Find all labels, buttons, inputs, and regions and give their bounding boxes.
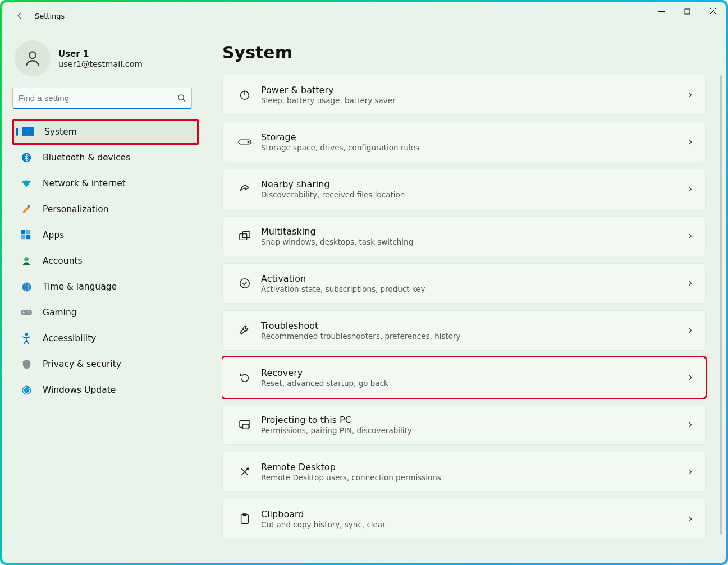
sidebar-item-windows-update[interactable]: Windows Update [12, 377, 199, 403]
person-icon [23, 49, 42, 68]
chevron-right-icon [686, 91, 694, 99]
card-troubleshoot[interactable]: Troubleshoot Recommended troubleshooters… [222, 310, 706, 351]
card-title: Clipboard [261, 509, 686, 520]
sidebar-item-personalization[interactable]: Personalization [12, 196, 199, 222]
card-title: Remote Desktop [261, 462, 686, 472]
maximize-icon [684, 8, 690, 15]
card-subtitle: Sleep, battery usage, battery saver [261, 96, 686, 105]
arrow-left-icon [15, 11, 24, 20]
wrench-icon [235, 324, 254, 337]
svg-point-30 [240, 279, 250, 288]
profile-email: user1@testmail.com [58, 59, 143, 68]
apps-icon [20, 229, 33, 241]
settings-window: Settings [2, 2, 726, 563]
svg-rect-1 [685, 9, 690, 14]
avatar [15, 40, 51, 76]
svg-line-6 [183, 99, 185, 102]
chevron-right-icon [686, 374, 694, 382]
card-subtitle: Cut and copy history, sync, clear [261, 520, 686, 529]
sidebar-item-network[interactable]: Network & internet [12, 171, 199, 196]
sidebar-item-label: Time & language [43, 282, 117, 292]
clipboard-icon [235, 513, 254, 525]
svg-rect-7 [22, 127, 34, 135]
card-multitasking[interactable]: Multitasking Snap windows, desktops, tas… [222, 216, 706, 256]
close-button[interactable] [700, 2, 726, 20]
svg-rect-12 [26, 230, 30, 234]
card-activation[interactable]: Activation Activation state, subscriptio… [222, 263, 706, 304]
svg-point-22 [25, 333, 28, 336]
card-title: Storage [261, 132, 686, 143]
sidebar-item-accessibility[interactable]: Accessibility [12, 325, 199, 351]
chevron-right-icon [686, 279, 694, 287]
sidebar-item-label: Network & internet [43, 178, 126, 189]
search-input[interactable] [19, 93, 171, 103]
card-subtitle: Storage space, drives, configuration rul… [261, 143, 686, 152]
card-recovery[interactable]: Recovery Reset, advanced startup, go bac… [222, 357, 706, 398]
page-title: System [222, 43, 711, 62]
profile-name: User 1 [58, 49, 143, 59]
card-nearby-sharing[interactable]: Nearby sharing Discoverability, received… [222, 169, 706, 209]
gamepad-icon [20, 306, 33, 319]
bluetooth-icon [20, 151, 33, 164]
projecting-icon [235, 420, 254, 430]
card-title: Projecting to this PC [261, 415, 686, 425]
card-title: Activation [261, 273, 686, 284]
card-storage[interactable]: Storage Storage space, drives, configura… [222, 122, 706, 162]
sidebar-item-time-language[interactable]: Time & language [12, 274, 199, 300]
card-clipboard[interactable]: Clipboard Cut and copy history, sync, cl… [222, 499, 706, 539]
svg-point-21 [29, 313, 30, 314]
card-subtitle: Discoverability, received files location [261, 190, 686, 199]
chevron-right-icon [686, 138, 694, 146]
card-title: Power & battery [261, 85, 686, 95]
card-power-battery[interactable]: Power & battery Sleep, battery usage, ba… [222, 75, 706, 115]
sidebar-item-privacy[interactable]: Privacy & security [12, 351, 199, 377]
svg-rect-28 [240, 233, 247, 240]
search-input-wrap[interactable] [12, 88, 192, 109]
sidebar-item-label: Personalization [43, 204, 109, 214]
scrollbar[interactable] [720, 75, 722, 535]
sidebar-item-label: Privacy & security [43, 359, 121, 369]
accounts-icon [20, 255, 33, 267]
sidebar-item-system[interactable]: System [12, 119, 199, 145]
card-title: Troubleshoot [261, 320, 686, 331]
maximize-button[interactable] [674, 2, 700, 20]
chevron-right-icon [686, 185, 694, 193]
card-projecting[interactable]: Projecting to this PC Permissions, pairi… [222, 405, 706, 445]
svg-rect-8 [22, 135, 34, 136]
sidebar-item-label: Accounts [43, 256, 83, 266]
card-remote-desktop[interactable]: Remote Desktop Remote Desktop users, con… [222, 452, 706, 492]
svg-rect-13 [21, 235, 25, 239]
sidebar: User 1 user1@testmail.com Sy [2, 29, 204, 563]
card-subtitle: Activation state, subscriptions, product… [261, 284, 686, 293]
minimize-button[interactable] [648, 2, 674, 20]
accessibility-icon [20, 332, 33, 344]
titlebar: Settings [2, 2, 726, 29]
svg-rect-11 [21, 230, 25, 234]
chevron-right-icon [686, 515, 694, 523]
sidebar-item-gaming[interactable]: Gaming [12, 300, 199, 325]
window-controls [648, 2, 726, 20]
card-subtitle: Reset, advanced startup, go back [261, 379, 686, 388]
profile-block[interactable]: User 1 user1@testmail.com [12, 36, 199, 88]
search-icon [177, 94, 186, 102]
sidebar-item-bluetooth[interactable]: Bluetooth & devices [12, 145, 199, 171]
sidebar-item-label: Windows Update [43, 385, 116, 395]
close-icon [709, 8, 716, 15]
multitasking-icon [235, 231, 254, 242]
sidebar-item-label: System [44, 127, 77, 137]
svg-point-15 [24, 257, 29, 261]
chevron-right-icon [686, 327, 694, 334]
globe-clock-icon [20, 281, 33, 293]
card-title: Multitasking [261, 226, 686, 237]
sidebar-item-apps[interactable]: Apps [12, 222, 199, 248]
sidebar-item-accounts[interactable]: Accounts [12, 248, 199, 274]
back-button[interactable] [10, 6, 29, 25]
chevron-right-icon [686, 468, 694, 476]
card-subtitle: Recommended troubleshooters, preferences… [261, 332, 686, 341]
svg-rect-29 [242, 232, 250, 238]
card-title: Recovery [261, 368, 686, 378]
paintbrush-icon [20, 203, 33, 215]
sidebar-item-label: Apps [43, 230, 64, 240]
svg-point-4 [29, 52, 36, 58]
sidebar-item-label: Bluetooth & devices [43, 153, 130, 163]
